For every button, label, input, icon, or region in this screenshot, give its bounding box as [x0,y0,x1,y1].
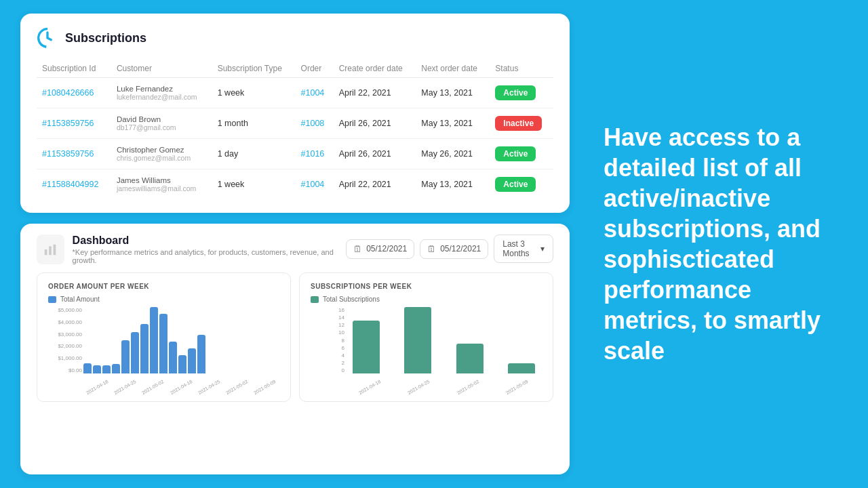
cell-customer: David Brown db177@gmail.com [111,108,212,139]
chart2-bars [346,307,542,373]
table-row: #11588404992 James Williams jameswilliam… [37,169,553,200]
subscriptions-title: Subscriptions [65,31,146,45]
cell-create-date: April 22, 2021 [334,78,416,108]
cell-next-date: May 13, 2021 [416,169,490,200]
order-amount-chart: ORDER AMOUNT PER WEEK Total Amount $5,00… [37,272,291,402]
col-order: Order [296,60,334,78]
table-header: Subscription Id Customer Subscription Ty… [37,60,553,78]
dashboard-card: Dashboard *Key performance metrics and a… [20,224,570,474]
chart2-y-axis: 16 14 12 10 8 6 4 2 0 [311,307,344,373]
chart1-bars [83,307,279,373]
cell-type: 1 week [212,169,296,200]
svg-rect-2 [54,245,56,256]
cell-create-date: April 26, 2021 [334,139,416,169]
chart1-x-labels: 2021-04-18 2021-04-25 2021-05-02 2021-04… [48,391,279,396]
subscriptions-table: Subscription Id Customer Subscription Ty… [37,60,553,199]
bar [121,340,130,373]
bar [93,365,101,373]
cell-customer: Christopher Gomez chris.gomez@mail.com [111,139,212,169]
bar [404,307,431,373]
cell-sub-id[interactable]: #1153859756 [37,139,111,169]
table-row: #1080426666 Luke Fernandez lukefernandez… [37,78,553,108]
col-sub-id: Subscription Id [37,60,111,78]
bar [188,348,196,373]
cell-sub-id[interactable]: #1153859756 [37,108,111,139]
subscriptions-per-week-chart: SUBSCRIPTIONS PER WEEK Total Subscriptio… [299,272,553,402]
bar [102,365,111,373]
bar [150,307,158,373]
cell-order[interactable]: #1004 [296,169,334,200]
bar [140,324,149,374]
bar [83,363,92,373]
cell-customer: James Williams jameswilliams@mail.com [111,169,212,200]
col-status: Status [490,60,553,78]
svg-rect-0 [45,249,47,255]
cell-status: Active [490,169,553,200]
date-to-value: 05/12/2021 [440,244,481,253]
cell-order[interactable]: #1008 [296,108,334,139]
cell-next-date: May 13, 2021 [416,108,490,139]
calendar-icon-1: 🗓 [353,244,362,254]
col-type: Subscription Type [212,60,296,78]
dashboard-controls: 🗓 05/12/2021 🗓 05/12/2021 Last 3 Months … [346,235,553,263]
col-next-date: Next order date [416,60,490,78]
cell-type: 1 week [212,78,296,108]
cell-next-date: May 13, 2021 [416,78,490,108]
chart2-legend-label: Total Subscriptions [323,296,380,303]
col-customer: Customer [111,60,212,78]
marketing-text: Have access to a detailed list of all ac… [604,122,848,366]
charts-row: ORDER AMOUNT PER WEEK Total Amount $5,00… [37,272,553,402]
bar [456,344,484,373]
bar-chart-icon [43,242,58,257]
cell-type: 1 day [212,139,296,169]
range-label: Last 3 Months [502,239,536,258]
subscriptions-card: Subscriptions Subscription Id Customer S… [20,14,570,213]
table-row: #1153859756 David Brown db177@gmail.com … [37,108,553,139]
cell-order[interactable]: #1004 [296,78,334,108]
chevron-down-icon: ▾ [540,244,545,253]
calendar-icon-2: 🗓 [427,244,436,254]
cell-status: Active [490,78,553,108]
cell-create-date: April 22, 2021 [334,169,416,200]
col-create-date: Create order date [334,60,416,78]
cell-status: Active [490,139,553,169]
dashboard-subtitle: *Key performance metrics and analytics, … [73,248,338,264]
date-to-input[interactable]: 🗓 05/12/2021 [420,239,488,259]
bar [112,364,120,373]
date-from-value: 05/12/2021 [366,244,407,253]
table-row: #1153859756 Christopher Gomez chris.gome… [37,139,553,169]
cell-next-date: May 26, 2021 [416,139,490,169]
dashboard-icon-box [37,235,64,264]
table-body: #1080426666 Luke Fernandez lukefernandez… [37,78,553,200]
cell-status: Inactive [490,108,553,139]
cell-sub-id[interactable]: #1080426666 [37,78,111,108]
bar [353,321,380,373]
cell-customer: Luke Fernandez lukefernandez@mail.com [111,78,212,108]
range-button[interactable]: Last 3 Months ▾ [494,235,553,263]
date-from-input[interactable]: 🗓 05/12/2021 [346,239,414,259]
cell-order[interactable]: #1016 [296,139,334,169]
bar [197,335,205,373]
cell-create-date: April 26, 2021 [334,108,416,139]
bar [169,342,177,373]
chart2-legend: Total Subscriptions [311,296,542,303]
right-panel: Have access to a detailed list of all ac… [583,108,868,380]
bar [131,332,139,373]
chart2-x-labels: 2021-04-18 2021-04-25 2021-05-02 2021-05… [311,391,542,396]
bar [159,314,167,373]
card-header: Subscriptions [37,27,553,49]
cell-sub-id[interactable]: #11588404992 [37,169,111,200]
chart2-title: SUBSCRIPTIONS PER WEEK [311,283,542,290]
left-panel: Subscriptions Subscription Id Customer S… [0,0,583,488]
chart1-legend-label: Total Amount [60,296,100,303]
dashboard-info: Dashboard *Key performance metrics and a… [73,235,338,264]
chart2-area: 16 14 12 10 8 6 4 2 0 [311,307,542,388]
bar [508,363,535,373]
dashboard-title: Dashboard [73,235,338,247]
chart1-legend: Total Amount [48,296,279,303]
bar [178,355,186,373]
chart1-y-axis: $5,000.00 $4,000.00 $3,000.00 $2,000.00 … [48,307,82,373]
chart1-legend-dot [48,296,56,303]
svg-rect-1 [49,246,52,255]
chart2-legend-dot [311,296,319,303]
